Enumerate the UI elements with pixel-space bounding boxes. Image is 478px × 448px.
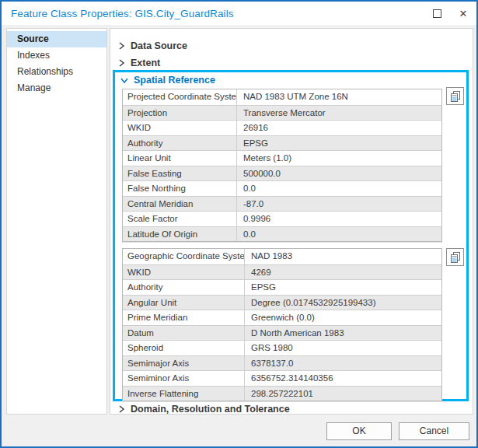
property-value: GRS 1980 (245, 341, 441, 355)
table-row: Prime MeridianGreenwich (0.0) (123, 310, 441, 325)
close-button[interactable]: ✕ (450, 2, 476, 24)
copy-icon (448, 89, 462, 103)
property-value: 4269 (245, 265, 441, 280)
property-label: Projection (123, 106, 237, 121)
table-row: Geographic Coordinate SystemNAD 1983 (123, 249, 441, 264)
property-value: Transverse Mercator (237, 106, 441, 121)
property-value: Degree (0.0174532925199433) (245, 296, 441, 310)
main-panel: Data Source Extent Spatial Reference Pro… (110, 28, 473, 415)
property-value: 0.0 (237, 227, 441, 242)
cancel-button[interactable]: Cancel (399, 422, 469, 440)
property-label: Geographic Coordinate System (123, 249, 245, 264)
property-label: WKID (123, 265, 245, 280)
property-value: NAD 1983 UTM Zone 16N (237, 89, 441, 105)
sidebar-item-manage[interactable]: Manage (7, 80, 106, 96)
ok-button[interactable]: OK (326, 422, 392, 440)
section-label: Domain, Resolution and Tolerance (131, 404, 290, 415)
property-value: EPSG (237, 136, 441, 151)
property-value: 298.257222101 (245, 387, 441, 401)
table-row: Linear UnitMeters (1.0) (123, 150, 441, 166)
spatial-reference-highlight-box: Spatial Reference Projected Coordinate S… (113, 70, 469, 401)
property-label: Prime Meridian (123, 310, 245, 325)
close-icon: ✕ (459, 9, 468, 19)
property-value: -87.0 (237, 197, 441, 212)
table-row: Angular UnitDegree (0.0174532925199433) (123, 295, 441, 310)
table-row: False Easting500000.0 (123, 166, 441, 181)
section-data-source[interactable]: Data Source (110, 37, 473, 54)
property-label: Spheroid (123, 341, 245, 355)
table-row: WKID4269 (123, 264, 441, 280)
property-label: Central Meridian (123, 197, 237, 212)
property-label: Datum (123, 326, 245, 341)
window-title: Feature Class Properties: GIS.City_Guard… (11, 8, 234, 19)
chevron-right-icon (118, 42, 125, 50)
chevron-right-icon (118, 405, 125, 413)
table-row: DatumD North American 1983 (123, 325, 441, 341)
property-value: 0.9996 (237, 212, 441, 226)
feature-class-properties-dialog: Feature Class Properties: GIS.City_Guard… (0, 0, 478, 448)
sidebar-item-relationships[interactable]: Relationships (7, 64, 106, 80)
table-row: ProjectionTransverse Mercator (123, 105, 441, 121)
table-row: AuthorityEPSG (123, 279, 441, 295)
property-value: Greenwich (0.0) (245, 310, 441, 325)
copy-icon (448, 250, 462, 264)
property-value: NAD 1983 (245, 249, 441, 264)
table-row: AuthorityEPSG (123, 135, 441, 151)
table-row: WKID26916 (123, 120, 441, 135)
geographic-coordinate-table: Geographic Coordinate SystemNAD 1983WKID… (122, 248, 442, 401)
table-row: SpheroidGRS 1980 (123, 340, 441, 355)
section-label: Spatial Reference (134, 75, 215, 86)
property-label: Authority (123, 136, 237, 151)
property-value: Meters (1.0) (237, 151, 441, 166)
title-bar: Feature Class Properties: GIS.City_Guard… (2, 2, 476, 25)
projected-coordinate-table: Projected Coordinate SystemNAD 1983 UTM … (122, 89, 442, 242)
sidebar-item-indexes[interactable]: Indexes (7, 47, 106, 64)
property-label: Linear Unit (123, 151, 237, 166)
property-value: EPSG (245, 280, 441, 295)
table-row: Latitude Of Origin0.0 (123, 226, 441, 242)
copy-geographic-button[interactable] (446, 248, 464, 266)
section-extent[interactable]: Extent (110, 54, 473, 72)
section-domain-resolution-tolerance[interactable]: Domain, Resolution and Tolerance (110, 401, 473, 418)
property-value: 0.0 (237, 181, 441, 196)
property-value: 26916 (237, 121, 441, 135)
table-row: Semiminor Axis6356752.314140356 (123, 370, 441, 386)
section-label: Data Source (131, 40, 187, 51)
property-value: D North American 1983 (245, 326, 441, 341)
chevron-right-icon (118, 59, 125, 67)
chevron-down-icon (120, 77, 128, 84)
maximize-icon (433, 9, 441, 18)
sidebar-item-source[interactable]: Source (7, 31, 106, 47)
property-label: Authority (123, 280, 245, 295)
sidebar: Source Indexes Relationships Manage (6, 28, 107, 415)
property-label: Angular Unit (123, 296, 245, 310)
property-label: Scale Factor (123, 212, 237, 226)
table-row: False Northing0.0 (123, 180, 441, 196)
table-row: Scale Factor0.9996 (123, 211, 441, 226)
property-value: 6378137.0 (245, 356, 441, 371)
property-value: 500000.0 (237, 166, 441, 181)
table-row: Semimajor Axis6378137.0 (123, 355, 441, 371)
property-label: Projected Coordinate System (123, 89, 237, 105)
property-label: False Easting (123, 166, 237, 181)
section-label: Extent (131, 58, 160, 68)
property-label: Latitude Of Origin (123, 227, 237, 242)
maximize-button[interactable] (424, 2, 450, 24)
table-row: Inverse Flattening298.257222101 (123, 386, 441, 401)
table-row: Central Meridian-87.0 (123, 196, 441, 212)
copy-projected-button[interactable] (446, 87, 464, 105)
property-label: Inverse Flattening (123, 387, 245, 401)
section-spatial-reference[interactable]: Spatial Reference (120, 75, 215, 86)
property-label: WKID (123, 121, 237, 135)
property-value: 6356752.314140356 (245, 371, 441, 386)
property-label: Semiminor Axis (123, 371, 245, 386)
property-label: Semimajor Axis (123, 356, 245, 371)
table-row: Projected Coordinate SystemNAD 1983 UTM … (123, 89, 441, 105)
property-label: False Northing (123, 181, 237, 196)
